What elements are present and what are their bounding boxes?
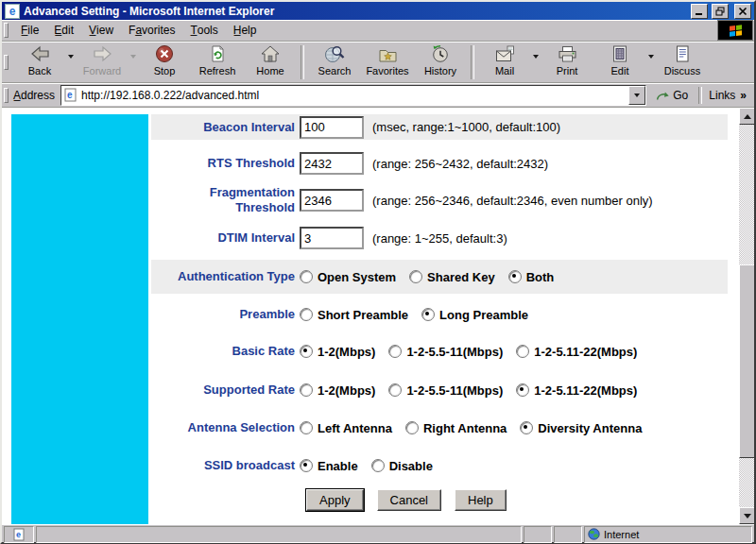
apply-button[interactable]: Apply [306,489,364,511]
form-row-ssid-broadcast: SSID broadcast Enable Disable [151,451,728,480]
radio-basic-rate-1-2-5-11-22[interactable] [516,345,529,358]
menu-bar: F̲ile E̲dit V̲iew Fa̲vorites T̲ools H̲el… [2,20,754,42]
home-button[interactable]: Home [244,43,297,81]
address-input[interactable]: e http://192.168.0.222/advanced.html [60,85,646,106]
scroll-down-button[interactable] [739,507,754,524]
links-bar[interactable]: Links » [704,89,751,102]
dtim-interval-input[interactable] [300,227,364,249]
radio-supported-rate-1-2[interactable] [300,383,313,397]
restore-button[interactable] [712,4,729,19]
stop-button[interactable]: Stop [138,43,191,81]
radio-ssid-disable[interactable] [371,459,385,472]
address-label: A̲ddress [13,89,60,102]
radio-label: 1-2(Mbps) [318,345,375,359]
search-icon [324,44,345,64]
refresh-button[interactable]: Refresh [191,43,244,81]
radio-supported-rate-1-2-5-11-22[interactable] [516,383,529,397]
back-button[interactable]: Back [13,43,66,81]
page-content: Beacon Interval (msec, range:1~1000, def… [2,108,754,524]
mail-dropdown-chevron[interactable] [531,38,541,86]
forward-button[interactable]: Forward [76,43,129,81]
menu-help[interactable]: H̲elp [226,22,265,39]
toolbar-grip-handle[interactable] [4,55,9,70]
print-button[interactable]: Print [541,43,593,81]
field-label: Basic Rate [151,344,295,359]
close-icon [738,7,747,16]
discuss-button[interactable]: Discuss [656,43,709,81]
field-hint: (msec, range:1~1000, default:100) [372,120,560,134]
radio-basic-rate-1-2-5-5-11[interactable] [388,345,402,358]
forward-dropdown-chevron[interactable] [129,38,138,86]
window-title: Advanced Setting - Microsoft Internet Ex… [24,5,687,18]
field-label: SSID broadcast [151,458,295,473]
go-button[interactable]: Go [646,88,696,103]
beacon-interval-input[interactable] [300,116,364,139]
edit-dropdown-chevron[interactable] [646,38,656,86]
field-label: Fragmentation Threshold [151,185,295,214]
radio-open-system[interactable] [300,270,313,283]
arrow-up-icon [744,114,751,119]
mail-icon [495,44,515,64]
radio-label: Disable [389,459,433,473]
form-row-supported-rate: Supported Rate 1-2(Mbps) 1-2-5.5-11(Mbps… [151,376,728,404]
address-grip-handle[interactable] [4,88,9,103]
radio-supported-rate-1-2-5-5-11[interactable] [388,383,402,397]
toolbar-button-label: Discuss [664,65,701,76]
radio-right-antenna[interactable] [405,421,419,434]
menu-grip-handle[interactable] [4,23,9,38]
form-row-beacon-interval: Beacon Interval (msec, range:1~1000, def… [151,114,728,140]
radio-label: Both [526,270,555,284]
minimize-icon [695,7,704,16]
radio-short-preamble[interactable] [300,308,313,321]
edit-button[interactable]: Edit [593,43,646,81]
page-ie-icon: e [13,528,25,541]
cancel-button[interactable]: Cancel [377,489,441,511]
status-bar: e Internet [2,524,754,544]
menu-view[interactable]: V̲iew [81,22,121,39]
radio-both[interactable] [508,270,522,283]
close-button[interactable] [734,4,751,19]
radio-label: Diversity Antenna [538,421,642,435]
scrollbar-thumb[interactable] [739,264,754,458]
go-arrow-icon [655,88,670,103]
history-icon [431,44,450,64]
scroll-up-button[interactable] [739,108,754,125]
field-hint: (range: 256~2432, default:2432) [372,157,548,171]
radio-basic-rate-1-2[interactable] [300,345,313,358]
favorites-button[interactable]: Favorites [361,43,414,81]
arrow-down-icon [744,514,751,518]
menu-file[interactable]: F̲ile [13,22,46,39]
form-row-authentication-type: Authentication Type Open System Shared K… [151,260,728,294]
minimize-button[interactable] [691,4,708,19]
rts-threshold-input[interactable] [300,152,364,175]
address-dropdown-button[interactable] [628,86,645,105]
ie-logo-icon: e [5,4,20,19]
discuss-icon [673,44,692,64]
internet-globe-icon [588,528,600,540]
field-label: Beacon Interval [151,120,295,135]
radio-diversity-antenna[interactable] [520,421,533,434]
mail-button[interactable]: Mail [478,43,531,81]
field-label: Authentication Type [151,269,295,284]
fragmentation-threshold-input[interactable] [300,189,364,212]
back-dropdown-chevron[interactable] [66,38,76,86]
toolbar-button-label: Print [557,65,578,76]
history-button[interactable]: History [414,43,467,81]
browser-window: e Advanced Setting - Microsoft Internet … [0,0,756,544]
vertical-scrollbar[interactable] [739,108,754,524]
toolbar-separator [301,45,304,79]
help-button[interactable]: Help [455,489,507,511]
radio-long-preamble[interactable] [421,308,435,321]
toolbar-button-label: Refresh [199,65,236,76]
radio-label: Open System [318,270,396,284]
radio-left-antenna[interactable] [300,421,313,434]
radio-shared-key[interactable] [409,270,422,283]
status-pane-1 [524,526,552,543]
field-hint: (range: 256~2346, default:2346, even num… [372,194,653,208]
menu-tools[interactable]: T̲ools [182,22,225,39]
menu-edit[interactable]: E̲dit [46,22,81,39]
form-row-dtim-interval: DTIM Interval (range: 1~255, default:3) [151,225,728,251]
radio-ssid-enable[interactable] [300,459,313,472]
search-button[interactable]: Search [308,43,361,81]
menu-favorites[interactable]: Fa̲vorites [121,22,182,39]
